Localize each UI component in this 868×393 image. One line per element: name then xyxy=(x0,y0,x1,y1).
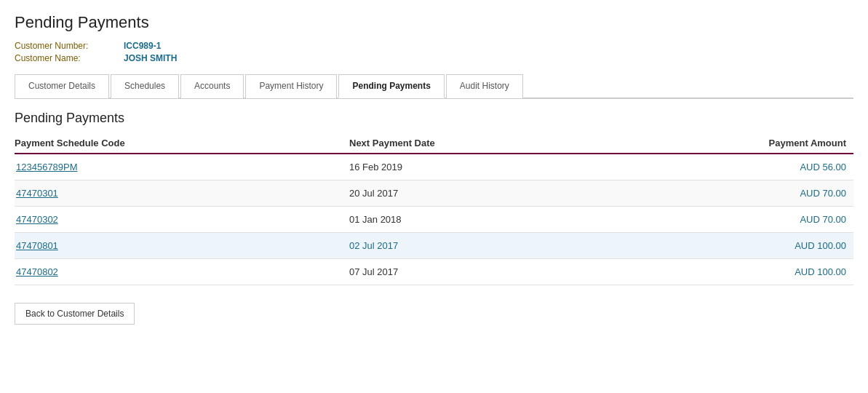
schedule-code-link[interactable]: 47470302 xyxy=(16,214,58,225)
customer-info: Customer Number: ICC989-1 Customer Name:… xyxy=(15,41,853,63)
customer-number-row: Customer Number: ICC989-1 xyxy=(15,41,853,51)
back-to-customer-details-button[interactable]: Back to Customer Details xyxy=(15,303,135,325)
tab-payment-history[interactable]: Payment History xyxy=(245,74,337,98)
tab-pending-payments[interactable]: Pending Payments xyxy=(338,74,444,98)
page-container: Pending Payments Customer Number: ICC989… xyxy=(0,0,868,339)
payment-amount-cell: AUD 100.00 xyxy=(684,240,853,251)
payment-date-cell: 01 Jan 2018 xyxy=(349,214,684,225)
payment-amount-cell: AUD 70.00 xyxy=(684,188,853,199)
tab-audit-history[interactable]: Audit History xyxy=(446,74,523,98)
tab-divider xyxy=(15,98,853,99)
table-row: 123456789PM 16 Feb 2019 AUD 56.00 xyxy=(15,154,853,180)
customer-name-value: JOSH SMITH xyxy=(124,53,177,63)
customer-name-row: Customer Name: JOSH SMITH xyxy=(15,53,853,63)
schedule-code-link[interactable]: 47470802 xyxy=(16,266,58,277)
payment-amount-cell: AUD 56.00 xyxy=(684,162,853,172)
tab-accounts[interactable]: Accounts xyxy=(180,74,244,98)
table-header: Payment Schedule Code Next Payment Date … xyxy=(15,133,853,154)
customer-name-label: Customer Name: xyxy=(15,53,124,63)
payment-amount-cell: AUD 100.00 xyxy=(684,266,853,277)
payment-date-cell: 20 Jul 2017 xyxy=(349,188,684,199)
table-row: 47470302 01 Jan 2018 AUD 70.00 xyxy=(15,207,853,233)
schedule-code-cell: 47470302 xyxy=(15,214,349,225)
table-row: 47470802 07 Jul 2017 AUD 100.00 xyxy=(15,259,853,285)
table-row: 47470801 02 Jul 2017 AUD 100.00 xyxy=(15,233,853,259)
schedule-code-cell: 47470301 xyxy=(15,188,349,199)
schedule-code-cell: 47470802 xyxy=(15,266,349,277)
schedule-code-link[interactable]: 123456789PM xyxy=(16,162,78,172)
section-title: Pending Payments xyxy=(15,111,853,126)
tab-customer-details[interactable]: Customer Details xyxy=(15,74,109,98)
table-row: 47470301 20 Jul 2017 AUD 70.00 xyxy=(15,180,853,207)
schedule-code-link[interactable]: 47470301 xyxy=(16,188,58,199)
tabs-container: Customer Details Schedules Accounts Paym… xyxy=(15,74,853,98)
page-title: Pending Payments xyxy=(15,13,853,32)
schedule-code-cell: 123456789PM xyxy=(15,162,349,172)
pending-payments-table: Payment Schedule Code Next Payment Date … xyxy=(15,133,853,285)
schedule-code-link[interactable]: 47470801 xyxy=(16,240,58,251)
payment-date-cell: 07 Jul 2017 xyxy=(349,266,684,277)
customer-number-value: ICC989-1 xyxy=(124,41,161,51)
header-payment-amount: Payment Amount xyxy=(684,138,853,148)
tab-schedules[interactable]: Schedules xyxy=(111,74,179,98)
schedule-code-cell: 47470801 xyxy=(15,240,349,251)
payment-date-cell: 16 Feb 2019 xyxy=(349,162,684,172)
payment-date-cell: 02 Jul 2017 xyxy=(349,240,684,251)
header-schedule-code: Payment Schedule Code xyxy=(15,138,349,148)
header-payment-date: Next Payment Date xyxy=(349,138,684,148)
customer-number-label: Customer Number: xyxy=(15,41,124,51)
payment-amount-cell: AUD 70.00 xyxy=(684,214,853,225)
